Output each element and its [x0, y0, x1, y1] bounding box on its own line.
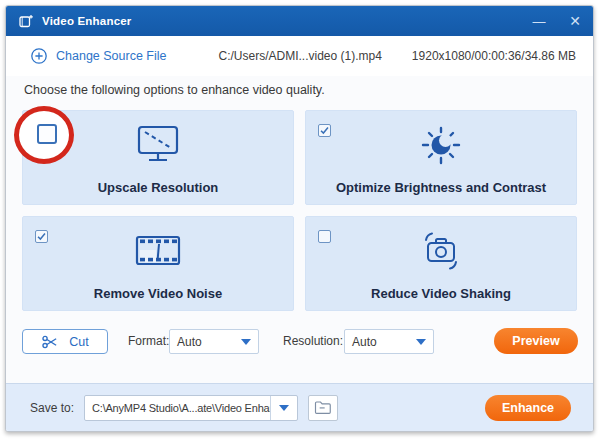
minimize-icon[interactable]: —: [521, 6, 557, 36]
dropdown-arrow-icon: [416, 339, 426, 345]
source-file-row: Change Source File C:/Users/ADMI...video…: [6, 36, 593, 76]
upscale-resolution-checkbox[interactable]: [37, 124, 57, 144]
card-label: Remove Video Noise: [23, 286, 293, 301]
format-value: Auto: [177, 335, 202, 349]
cut-button[interactable]: Cut: [22, 329, 108, 354]
app-video-enhancer-icon: [18, 13, 34, 29]
format-label: Format:: [128, 329, 169, 354]
plus-circle-icon[interactable]: [30, 47, 48, 65]
change-source-file-button[interactable]: Change Source File: [56, 49, 166, 63]
options-hint-text: Choose the following options to enhance …: [24, 83, 325, 97]
brightness-sun-icon: [306, 121, 576, 169]
source-file-info: 1920x1080/00:00:36/34.86 MB: [412, 49, 576, 63]
main-area: Choose the following options to enhance …: [6, 76, 593, 383]
dropdown-arrow-icon: [241, 339, 251, 345]
resolution-label: Resolution:: [283, 329, 343, 354]
close-icon[interactable]: ✕: [557, 6, 593, 36]
card-label: Reduce Video Shaking: [306, 286, 576, 301]
window-title: Video Enhancer: [42, 15, 132, 27]
open-folder-button[interactable]: [308, 395, 338, 421]
resolution-select[interactable]: Auto: [344, 329, 434, 354]
titlebar: Video Enhancer — ✕: [6, 6, 593, 36]
camera-shake-icon: [306, 227, 576, 275]
scissors-icon: [41, 333, 59, 351]
save-path-value: C:\AnyMP4 Studio\A...ate\Video Enhancer: [85, 396, 270, 420]
enhance-button[interactable]: Enhance: [485, 395, 571, 421]
save-path-dropdown[interactable]: [270, 396, 297, 420]
preview-button[interactable]: Preview: [494, 328, 578, 354]
card-label: Optimize Brightness and Contrast: [306, 180, 576, 195]
format-select[interactable]: Auto: [169, 329, 259, 354]
option-card-optimize-brightness[interactable]: Optimize Brightness and Contrast: [305, 110, 577, 205]
card-label: Upscale Resolution: [23, 180, 293, 195]
option-card-reduce-shaking[interactable]: Reduce Video Shaking: [305, 216, 577, 311]
cut-button-label: Cut: [69, 335, 88, 349]
source-file-path: C:/Users/ADMI...video (1).mp4: [218, 49, 381, 63]
save-bar: Save to: C:\AnyMP4 Studio\A...ate\Video …: [6, 383, 593, 431]
film-strip-icon: [23, 227, 293, 275]
save-to-label: Save to:: [30, 401, 74, 415]
resolution-value: Auto: [352, 335, 377, 349]
dropdown-arrow-icon: [279, 405, 289, 411]
video-enhancer-window: Video Enhancer — ✕ Change Source File C:…: [5, 5, 594, 432]
save-path-select[interactable]: C:\AnyMP4 Studio\A...ate\Video Enhancer: [84, 395, 298, 421]
option-card-remove-noise[interactable]: Remove Video Noise: [22, 216, 294, 311]
